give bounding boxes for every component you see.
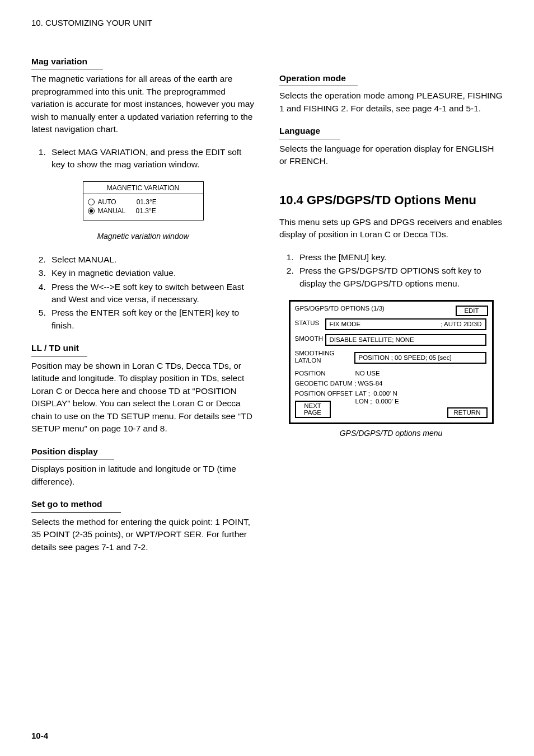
om-fixval: ; AUTO 2D/3D [441, 321, 481, 328]
lang-p: Selects the language for operation displ… [279, 143, 503, 168]
setgoto-title: Set go to method [31, 498, 255, 510]
om-posspd-row[interactable]: POSITION ; 00 SPEED; 05 [sec] [354, 352, 486, 364]
page-number: 10-4 [31, 731, 48, 740]
magwin-caption: Magnetic variation window [31, 231, 255, 242]
magvar-step2: Select MANUAL. [48, 253, 255, 266]
om-disable-row[interactable]: DISABLE SATELLITE; NONE [325, 334, 486, 346]
om-latlon: LAT/LON [295, 357, 321, 364]
options-menu-figure: GPS/DGPS/TD OPTIONS (1/3) EDIT STATUS FI… [289, 300, 494, 424]
magvar-step4: Press the W<-->E soft key to switch betw… [48, 281, 255, 306]
page-header: 10. CUSTOMIZING YOUR UNIT [31, 18, 503, 27]
auto-val: 01.3°E [137, 198, 157, 206]
setgoto-p: Selects the method for entering the quic… [31, 516, 255, 553]
manual-val: 01.3°E [136, 206, 156, 215]
om-status-label: STATUS [295, 320, 325, 327]
magvar-p1: The magnetic variations for all areas of… [31, 73, 255, 135]
om-return-button[interactable]: RETURN [447, 407, 488, 418]
gps-intro: This menu sets up GPS and DPGS receivers… [279, 216, 503, 241]
magvar-step1: Select MAG VARIATION, and press the EDIT… [48, 146, 255, 171]
om-edit-button[interactable]: EDIT [456, 306, 488, 316]
om-lonval: LON ; 0.000' E [355, 398, 399, 405]
magvar-step5: Press the ENTER soft key or the [ENTER] … [48, 307, 255, 332]
magvar-title: Mag variation [31, 55, 255, 68]
om-smoothing-latlon: SMOOTHING LAT/LON [295, 350, 353, 364]
om-position-label: POSITION [295, 370, 353, 377]
gps-steps: Press the [MENU] key. Press the GPS/DGPS… [279, 251, 503, 290]
gps-section-title: 10.4 GPS/DGPS/TD Options Menu [279, 191, 503, 209]
lltd-p: Position may be shown in Loran C TDs, De… [31, 360, 255, 435]
om-title: GPS/DGPS/TD OPTIONS (1/3) [295, 305, 435, 312]
om-latval: LAT ; 0.000' N [355, 390, 397, 397]
om-fix: FIX MODE [330, 321, 361, 328]
gps-step2: Press the GPS/DGPS/TD OPTIONS soft key t… [296, 265, 503, 290]
rule [31, 356, 87, 356]
lltd-title: LL / TD unit [31, 342, 255, 354]
options-menu-caption: GPS/DGPS/TD options menu [279, 428, 503, 439]
posdisp-p: Displays position in latitude and longit… [31, 463, 255, 488]
om-nextpage-button[interactable]: NEXT PAGE [295, 401, 331, 418]
rule [279, 139, 340, 139]
rule [31, 459, 114, 459]
gps-step1: Press the [MENU] key. [296, 251, 503, 264]
magvar-steps-top: Select MAG VARIATION, and press the EDIT… [31, 146, 255, 171]
auto-label: AUTO [98, 198, 116, 206]
magwin-title: MAGNETIC VARIATION [83, 182, 203, 194]
om-geodetic: GEODETIC DATUM ; WGS-84 [295, 380, 383, 387]
om-disable: DISABLE SATELLITE; NONE [330, 336, 414, 344]
om-posoffset-label: POSITION OFFSET [295, 390, 353, 397]
left-column: Mag variation The magnetic variations fo… [31, 55, 255, 564]
magvar-step3: Key in magnetic deviation value. [48, 267, 255, 279]
om-fixmode-row[interactable]: FIX MODE ; AUTO 2D/3D [325, 318, 486, 330]
magvar-window: MAGNETIC VARIATION AUTO 01.3°E MANUAL 01… [83, 181, 204, 221]
om-posspd: POSITION ; 00 SPEED; 05 [sec] [359, 354, 452, 361]
opmode-title: Operation mode [279, 72, 503, 84]
radio-auto[interactable] [88, 199, 95, 205]
rule [279, 86, 358, 86]
rule [31, 512, 121, 513]
magvar-steps-bottom: Select MANUAL. Key in magnetic deviation… [31, 253, 255, 332]
manual-label: MANUAL [98, 206, 126, 215]
om-smoothing: SMOOTHING [295, 350, 335, 356]
lang-title: Language [279, 125, 503, 137]
radio-manual[interactable] [88, 208, 95, 214]
om-position-val: NO USE [355, 370, 380, 377]
posdisp-title: Position display [31, 445, 255, 458]
rule [31, 69, 103, 69]
opmode-p: Selects the operation mode among PLEASUR… [279, 90, 503, 115]
om-smooth-label: SMOOTH [295, 335, 325, 342]
right-column: Operation mode Selects the operation mod… [279, 55, 503, 564]
